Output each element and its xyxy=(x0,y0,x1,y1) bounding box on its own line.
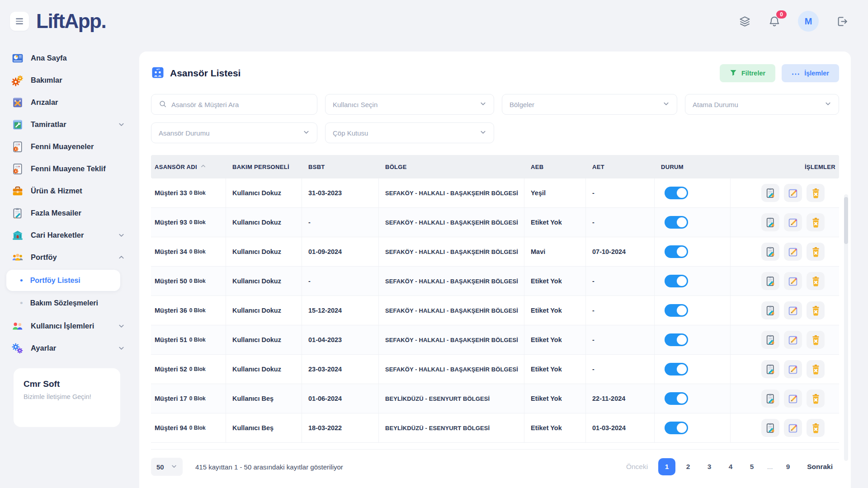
filters-button[interactable]: Filtreler xyxy=(720,64,775,82)
page-button-9[interactable]: 9 xyxy=(779,458,797,475)
previous-page-button[interactable]: Önceki xyxy=(626,463,648,471)
search-input[interactable] xyxy=(171,101,310,108)
column-header-bsbt[interactable]: BSBT xyxy=(302,155,379,178)
toggle-switch[interactable] xyxy=(665,275,688,287)
column-header-aeb[interactable]: AEB xyxy=(524,155,586,178)
edit-button[interactable] xyxy=(784,419,802,437)
delete-button[interactable] xyxy=(807,184,825,202)
page-button-2[interactable]: 2 xyxy=(679,458,697,475)
sidebar-item-fazla-mesailer[interactable]: Fazla Mesailer xyxy=(10,202,139,224)
details-button[interactable] xyxy=(761,331,779,349)
sidebar-item-portfoy[interactable]: Portföy xyxy=(10,246,139,268)
toggle-switch[interactable] xyxy=(665,216,688,229)
edit-icon xyxy=(788,305,799,316)
cell-elevator-name: Müşteri 520 Blok xyxy=(151,355,226,384)
sidebar-item-ana-sayfa[interactable]: Ana Sayfa xyxy=(10,47,139,69)
bell-icon[interactable]: 0 xyxy=(768,15,781,28)
toggle-switch[interactable] xyxy=(665,392,688,405)
edit-button[interactable] xyxy=(784,360,802,378)
next-page-button[interactable]: Sonraki xyxy=(807,463,833,471)
details-button[interactable] xyxy=(761,213,779,231)
sidebar-item-kullanici-islemleri[interactable]: Kullanıcı İşlemleri xyxy=(10,315,139,337)
table-scrollbar[interactable] xyxy=(844,194,848,461)
cell-elevator-name: Müşteri 510 Blok xyxy=(151,325,226,354)
actions-button[interactable]: İşlemler xyxy=(782,64,839,82)
delete-button[interactable] xyxy=(807,243,825,261)
toggle-switch[interactable] xyxy=(665,304,688,317)
cell-bsbt: 01-04-2023 xyxy=(302,325,379,354)
delete-button[interactable] xyxy=(807,301,825,319)
chevron-down-icon xyxy=(480,129,486,137)
table-row: Müşteri 930 BlokKullanıcı Dokuz-SEFAKÖY … xyxy=(151,208,839,237)
topbar-actions: 0 M xyxy=(739,11,848,32)
footer-title: Cmr Soft xyxy=(24,379,110,389)
edit-button[interactable] xyxy=(784,301,802,319)
details-button[interactable] xyxy=(761,243,779,261)
delete-button[interactable] xyxy=(807,419,825,437)
toggle-switch[interactable] xyxy=(665,187,688,199)
avatar[interactable]: M xyxy=(798,11,819,32)
delete-button[interactable] xyxy=(807,360,825,378)
sidebar-item-ayarlar[interactable]: Ayarlar xyxy=(10,337,139,359)
page-size-select[interactable]: 50 xyxy=(151,458,183,476)
logout-icon[interactable] xyxy=(836,15,848,28)
sidebar-item-fenni-muayeneler[interactable]: Fenni Muayeneler xyxy=(10,136,139,158)
menu-icon[interactable] xyxy=(10,12,29,31)
details-button[interactable] xyxy=(761,389,779,408)
toggle-switch[interactable] xyxy=(665,245,688,258)
sidebar-item-urun-hizmet[interactable]: Ürün & Hizmet xyxy=(10,180,139,202)
column-header-asansor-adi[interactable]: ASANSÖR ADI xyxy=(151,155,226,178)
fault-icon xyxy=(12,97,24,108)
sidebar-subitem-bakim-sozlesmeleri[interactable]: •Bakım Sözleşmeleri xyxy=(6,292,120,314)
details-button[interactable] xyxy=(761,184,779,202)
cell-region: SEFAKÖY - HALKALI - BAŞAKŞEHİR BÖLGESİ xyxy=(379,267,524,296)
assignment-status-select[interactable]: Atama Durumu xyxy=(685,94,839,115)
details-button[interactable] xyxy=(761,272,779,290)
elevator-status-select[interactable]: Asansör Durumu xyxy=(151,122,317,143)
column-header-bolge[interactable]: BÖLGE xyxy=(379,155,524,178)
region-select[interactable]: Bölgeler xyxy=(502,94,677,115)
edit-button[interactable] xyxy=(784,331,802,349)
table-row: Müşteri 340 BlokKullanıcı Dokuz01-09-202… xyxy=(151,237,839,267)
page-button-3[interactable]: 3 xyxy=(701,458,718,475)
page-button-1[interactable]: 1 xyxy=(658,458,675,475)
details-button[interactable] xyxy=(761,360,779,378)
edit-button[interactable] xyxy=(784,213,802,231)
elevator-icon xyxy=(151,66,165,81)
sidebar-item-arizalar[interactable]: Arızalar xyxy=(10,91,139,113)
details-button[interactable] xyxy=(761,419,779,437)
chevron-down-icon xyxy=(171,463,177,471)
user-select[interactable]: Kullanıcı Seçin xyxy=(325,94,494,115)
details-button[interactable] xyxy=(761,301,779,319)
toggle-switch[interactable] xyxy=(665,363,688,375)
delete-icon xyxy=(810,393,821,404)
edit-button[interactable] xyxy=(784,389,802,408)
edit-button[interactable] xyxy=(784,243,802,261)
sidebar-item-cari-hareketler[interactable]: Cari Hareketler xyxy=(10,224,139,246)
toggle-switch[interactable] xyxy=(665,333,688,346)
page-button-4[interactable]: 4 xyxy=(722,458,739,475)
cell-bsbt: 18-03-2022 xyxy=(302,413,379,442)
edit-icon xyxy=(788,393,799,404)
delete-button[interactable] xyxy=(807,389,825,408)
page-button-5[interactable]: 5 xyxy=(743,458,760,475)
scrollbar-thumb[interactable] xyxy=(844,197,848,244)
sidebar-item-tamiratlar[interactable]: Tamiratlar xyxy=(10,113,139,136)
toggle-switch[interactable] xyxy=(665,422,688,434)
delete-button[interactable] xyxy=(807,331,825,349)
delete-button[interactable] xyxy=(807,272,825,290)
edit-icon xyxy=(788,364,799,375)
sidebar-subitem-label: Portföy Listesi xyxy=(30,277,80,285)
edit-button[interactable] xyxy=(784,272,802,290)
elevator-block: 0 Blok xyxy=(189,307,206,314)
layers-icon[interactable] xyxy=(739,15,751,28)
sidebar-subitem-portfoy-listesi[interactable]: •Portföy Listesi xyxy=(6,270,120,291)
delete-button[interactable] xyxy=(807,213,825,231)
sidebar-item-bakimlar[interactable]: Bakımlar xyxy=(10,69,139,91)
edit-button[interactable] xyxy=(784,184,802,202)
sidebar-item-fenni-muayene-teklif[interactable]: Fenni Muayene Teklif xyxy=(10,158,139,180)
column-header-durum[interactable]: DURUM xyxy=(655,155,731,178)
column-header-aet[interactable]: AET xyxy=(586,155,655,178)
trash-select[interactable]: Çöp Kutusu xyxy=(325,122,494,143)
column-header-bakim-personeli[interactable]: BAKIM PERSONELİ xyxy=(226,155,302,178)
